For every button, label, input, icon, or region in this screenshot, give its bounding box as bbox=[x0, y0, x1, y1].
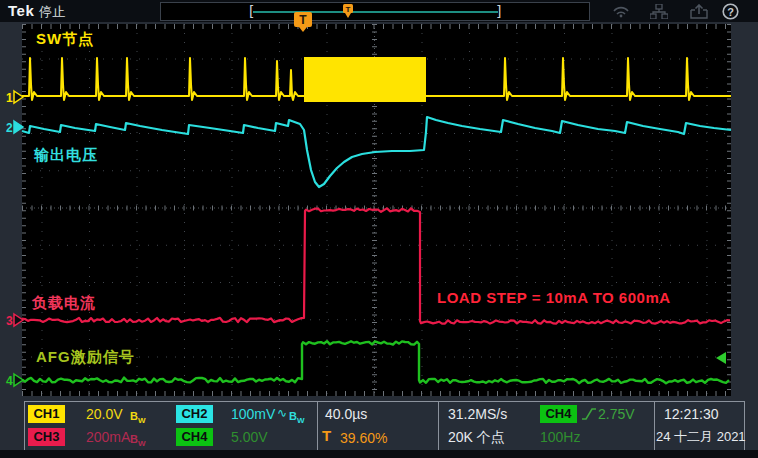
tek-logo: Tek bbox=[8, 2, 34, 19]
record-window-left-bracket[interactable]: [ bbox=[247, 3, 255, 20]
record-view-line bbox=[253, 11, 498, 13]
ch3-scale[interactable]: 200mA bbox=[86, 428, 130, 446]
record-window-right-bracket[interactable]: ] bbox=[495, 3, 503, 20]
ch2-annotation: 输出电压 bbox=[34, 146, 98, 165]
ch2-bandwidth-icon: BW bbox=[289, 407, 305, 430]
divider bbox=[654, 401, 655, 450]
svg-text:?: ? bbox=[727, 6, 734, 18]
ch3-bandwidth-icon: BW bbox=[130, 430, 146, 453]
trigger-frequency-readout: 100Hz bbox=[540, 428, 580, 446]
clock-time: 12:21:30 bbox=[664, 405, 719, 423]
lan-network-icon[interactable] bbox=[650, 4, 668, 19]
trigger-position-readout[interactable]: 39.60% bbox=[340, 429, 387, 447]
ch1-badge[interactable]: CH1 bbox=[28, 405, 65, 423]
ch3-marker-number: 3 bbox=[6, 314, 13, 328]
wifi-icon[interactable] bbox=[612, 4, 630, 18]
trigger-slope-rising-icon bbox=[581, 406, 597, 422]
sample-rate-readout: 31.2MS/s bbox=[448, 405, 507, 423]
ch2-ac-coupling-icon: ∿ bbox=[277, 404, 287, 422]
timebase-readout[interactable]: 40.0µs bbox=[325, 405, 367, 423]
ch2-badge[interactable]: CH2 bbox=[176, 405, 213, 423]
ch1-annotation: SW节点 bbox=[36, 30, 94, 49]
clock-date: 24 十二月 2021 bbox=[656, 428, 746, 446]
load-step-annotation: LOAD STEP = 10mA TO 600mA bbox=[437, 289, 671, 306]
ch2-marker-number: 2 bbox=[6, 121, 13, 135]
trigger-source-badge[interactable]: CH4 bbox=[540, 405, 577, 423]
divider bbox=[317, 401, 318, 450]
trigger-t-symbol: T bbox=[322, 427, 331, 445]
ch1-scale[interactable]: 20.0V bbox=[86, 405, 123, 423]
ch4-badge[interactable]: CH4 bbox=[176, 428, 213, 446]
svg-text:T: T bbox=[346, 5, 351, 14]
graticule bbox=[22, 24, 731, 396]
ch2-scale[interactable]: 100mV bbox=[231, 405, 275, 423]
acquisition-status: 停止 bbox=[39, 3, 65, 21]
ch1-bandwidth-icon: BW bbox=[130, 407, 146, 430]
divider bbox=[438, 401, 439, 450]
record-view-bar[interactable]: [ ] T bbox=[160, 2, 590, 21]
ch3-annotation: 负载电流 bbox=[32, 294, 96, 313]
trigger-level-readout[interactable]: 2.75V bbox=[598, 405, 635, 423]
ch1-marker-number: 1 bbox=[6, 91, 13, 105]
oscilloscope-screen: Tek 停止 [ ] T ? 1234T SW节点 输出电压 负载电流 AFG激… bbox=[0, 0, 758, 458]
ch4-annotation: AFG激励信号 bbox=[36, 348, 135, 367]
help-icon[interactable]: ? bbox=[722, 3, 739, 20]
ch4-marker-number: 4 bbox=[6, 374, 13, 388]
export-save-icon[interactable] bbox=[690, 4, 708, 19]
record-trigger-flag-icon[interactable]: T bbox=[341, 4, 355, 20]
ch3-badge[interactable]: CH3 bbox=[28, 428, 65, 446]
bottom-bezel bbox=[0, 450, 758, 458]
record-length-readout: 20K 个点 bbox=[448, 428, 505, 446]
ch4-scale[interactable]: 5.00V bbox=[231, 428, 268, 446]
